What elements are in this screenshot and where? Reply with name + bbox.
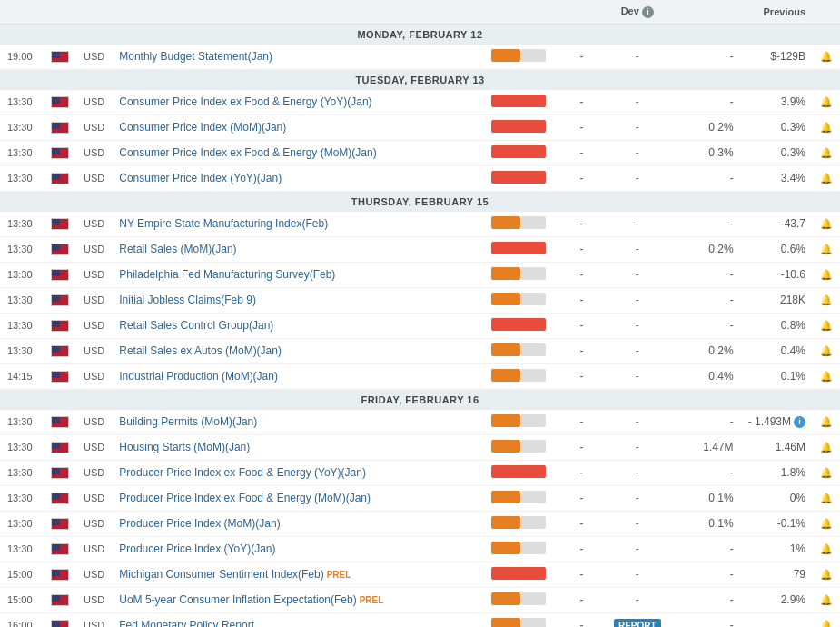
us-flag-icon xyxy=(51,294,69,306)
flag-cell xyxy=(44,114,76,140)
us-flag-icon xyxy=(51,269,69,281)
event-cell[interactable]: Monthly Budget Statement(Jan) xyxy=(112,45,484,70)
dev-cell: - xyxy=(607,90,668,115)
time-cell: 13:30 xyxy=(0,140,44,165)
event-cell[interactable]: Michigan Consumer Sentiment Index(Feb)PR… xyxy=(112,562,484,587)
flag-cell xyxy=(44,562,76,587)
bell-icon[interactable]: 🔔 xyxy=(820,320,833,331)
us-flag-icon xyxy=(51,320,69,332)
impact-cell xyxy=(484,212,557,237)
consensus-cell: - xyxy=(668,262,741,287)
consensus-cell: 0.1% xyxy=(668,511,741,536)
bell-icon[interactable]: 🔔 xyxy=(820,244,833,254)
bell-icon[interactable]: 🔔 xyxy=(820,218,833,229)
time-cell: 13:30 xyxy=(0,114,44,140)
event-cell[interactable]: Producer Price Index ex Food & Energy (Y… xyxy=(112,460,484,485)
event-cell[interactable]: Retail Sales Control Group(Jan) xyxy=(112,313,484,338)
previous-cell: 0.3% xyxy=(741,140,813,165)
bell-cell: 🔔 xyxy=(813,485,840,511)
event-cell[interactable]: Consumer Price Index (MoM)(Jan) xyxy=(112,114,484,140)
bell-icon[interactable]: 🔔 xyxy=(820,416,833,427)
bell-icon[interactable]: 🔔 xyxy=(820,51,833,62)
event-cell[interactable]: Producer Price Index (YoY)(Jan) xyxy=(112,536,484,562)
bell-icon[interactable]: 🔔 xyxy=(820,594,833,605)
event-cell[interactable]: Housing Starts (MoM)(Jan) xyxy=(112,434,484,460)
event-cell[interactable]: Initial Jobless Claims(Feb 9) xyxy=(112,287,484,313)
bell-icon[interactable]: 🔔 xyxy=(820,620,833,627)
bell-cell: 🔔 xyxy=(813,363,840,389)
time-cell: 13:30 xyxy=(0,485,44,511)
flag-cell xyxy=(44,45,76,70)
event-cell[interactable]: Retail Sales ex Autos (MoM)(Jan) xyxy=(112,338,484,363)
dev-cell: - xyxy=(607,536,668,562)
impact-bar xyxy=(491,491,549,503)
time-cell: 13:30 xyxy=(0,313,44,338)
us-flag-icon xyxy=(51,96,69,108)
event-cell[interactable]: Consumer Price Index ex Food & Energy (M… xyxy=(112,140,484,165)
impact-bar xyxy=(491,293,549,305)
bell-cell: 🔔 xyxy=(813,165,840,191)
event-cell[interactable]: Retail Sales (MoM)(Jan) xyxy=(112,236,484,262)
bell-icon[interactable]: 🔔 xyxy=(820,371,833,382)
bell-icon[interactable]: 🔔 xyxy=(820,269,833,280)
event-cell[interactable]: Fed Monetary Policy Report xyxy=(112,612,484,627)
day-label: FRIDAY, FEBRUARY 16 xyxy=(0,389,840,410)
bell-icon[interactable]: 🔔 xyxy=(820,122,833,133)
us-flag-icon xyxy=(51,416,69,428)
dev-cell: - xyxy=(607,212,668,237)
bell-icon[interactable]: 🔔 xyxy=(820,518,833,529)
bell-icon[interactable]: 🔔 xyxy=(820,96,833,107)
flag-cell xyxy=(44,612,76,627)
event-cell[interactable]: Philadelphia Fed Manufacturing Survey(Fe… xyxy=(112,262,484,287)
currency-cell: USD xyxy=(76,114,112,140)
bell-cell: 🔔 xyxy=(813,45,840,70)
impact-bar xyxy=(491,171,549,184)
previous-cell: 0% xyxy=(741,485,813,511)
flag-cell xyxy=(44,485,76,511)
impact-bar xyxy=(491,267,549,280)
bell-icon[interactable]: 🔔 xyxy=(820,543,833,554)
event-cell[interactable]: UoM 5-year Consumer Inflation Expectatio… xyxy=(112,587,484,612)
impact-bar xyxy=(491,145,549,158)
event-cell[interactable]: Producer Price Index (MoM)(Jan) xyxy=(112,511,484,536)
prel-badge: PREL xyxy=(327,570,351,580)
impact-bar xyxy=(491,120,549,133)
bell-icon[interactable]: 🔔 xyxy=(820,467,833,478)
bell-icon[interactable]: 🔔 xyxy=(820,442,833,453)
bell-icon[interactable]: 🔔 xyxy=(820,173,833,184)
previous-cell xyxy=(741,612,813,627)
event-cell[interactable]: Industrial Production (MoM)(Jan) xyxy=(112,363,484,389)
event-cell[interactable]: Consumer Price Index ex Food & Energy (Y… xyxy=(112,90,484,115)
impact-bar xyxy=(491,49,549,62)
currency-cell: USD xyxy=(76,338,112,363)
bell-cell: 🔔 xyxy=(813,140,840,165)
dev-cell: REPORT xyxy=(607,612,668,627)
event-cell[interactable]: NY Empire State Manufacturing Index(Feb) xyxy=(112,212,484,237)
event-cell[interactable]: Consumer Price Index (YoY)(Jan) xyxy=(112,165,484,191)
bell-icon[interactable]: 🔔 xyxy=(820,493,833,503)
impact-cell xyxy=(484,485,557,511)
event-cell[interactable]: Building Permits (MoM)(Jan) xyxy=(112,410,484,435)
actual-cell: - xyxy=(557,410,607,435)
currency-cell: USD xyxy=(76,90,112,115)
event-cell[interactable]: Producer Price Index ex Food & Energy (M… xyxy=(112,485,484,511)
impact-bar xyxy=(491,465,549,478)
currency-cell: USD xyxy=(76,562,112,587)
table-row: 14:15USDIndustrial Production (MoM)(Jan)… xyxy=(0,363,840,389)
bell-icon[interactable]: 🔔 xyxy=(820,147,833,158)
bell-icon[interactable]: 🔔 xyxy=(820,294,833,305)
flag-cell xyxy=(44,90,76,115)
consensus-cell: - xyxy=(668,562,741,587)
actual-cell: - xyxy=(557,140,607,165)
flag-cell xyxy=(44,410,76,435)
dev-info-icon[interactable]: i xyxy=(642,6,654,18)
info-icon[interactable]: i xyxy=(794,416,805,428)
bell-icon[interactable]: 🔔 xyxy=(820,569,833,580)
dev-cell: - xyxy=(607,338,668,363)
impact-cell xyxy=(484,262,557,287)
bell-icon[interactable]: 🔔 xyxy=(820,345,833,356)
previous-header[interactable]: Previous xyxy=(741,0,813,24)
flag-cell xyxy=(44,363,76,389)
actual-cell: - xyxy=(557,338,607,363)
time-cell: 13:30 xyxy=(0,511,44,536)
